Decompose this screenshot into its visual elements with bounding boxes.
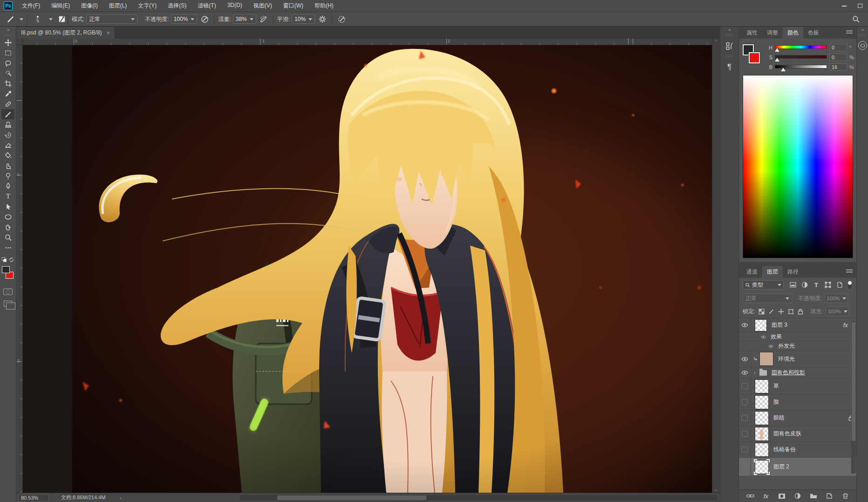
layer-visibility-toggle[interactable]: [739, 426, 751, 441]
document-tab[interactable]: I8.psd @ 80.5% (图层 2, RGB/8) ×: [16, 27, 115, 39]
hidden-eye-checkbox[interactable]: [742, 399, 748, 405]
effect-visibility-to ggle[interactable]: [768, 344, 774, 349]
tab-adjustments[interactable]: 调整: [762, 27, 783, 39]
hue-slider[interactable]: [775, 45, 827, 49]
layer-fill-field[interactable]: 100%: [826, 307, 849, 316]
layer-thumbnail[interactable]: [755, 443, 769, 457]
tool-zoom[interactable]: [1, 232, 14, 242]
tool-path-select[interactable]: [1, 201, 14, 212]
blend-mode-select[interactable]: 正常: [86, 14, 137, 24]
menu-filter[interactable]: 滤镜(T): [192, 0, 221, 12]
layer-visibility-toggle[interactable]: [739, 318, 751, 332]
panel-grip[interactable]: [725, 34, 734, 36]
tab-swatches[interactable]: 色板: [803, 27, 824, 39]
brightness-value[interactable]: 16: [829, 63, 847, 71]
saturation-slider-handle[interactable]: [775, 58, 779, 62]
size-pressure-button[interactable]: [336, 14, 347, 25]
brightness-slider-handle[interactable]: [781, 68, 786, 71]
close-tab-icon[interactable]: ×: [107, 29, 110, 36]
ruler-left[interactable]: 1 2: [16, 45, 23, 493]
layer-name[interactable]: 图层 3: [772, 321, 787, 329]
layer-visibility-toggle[interactable]: [739, 410, 751, 426]
layer-group-row[interactable]: › 固有色和投影: [739, 367, 856, 378]
layer-effect-row[interactable]: 外发光: [739, 342, 856, 351]
filter-adjustment-layers-button[interactable]: [800, 281, 809, 289]
menu-select[interactable]: 选择(S): [163, 0, 191, 12]
lock-artboard-button[interactable]: [787, 308, 794, 315]
layer-thumbnail[interactable]: [755, 379, 769, 393]
layer-row[interactable]: 图层 3 fx⌃: [739, 318, 856, 332]
tool-hand[interactable]: [1, 222, 14, 232]
filter-pixel-layers-button[interactable]: [789, 281, 797, 289]
tool-ellipse[interactable]: [1, 212, 14, 222]
tool-lasso[interactable]: [1, 58, 14, 68]
tool-marquee[interactable]: [1, 48, 14, 58]
brush-settings-panel-button[interactable]: [722, 38, 738, 54]
creative-cloud-icon[interactable]: [858, 41, 867, 50]
ruler-corner[interactable]: [16, 39, 23, 45]
tool-dodge[interactable]: [1, 171, 14, 181]
layer-visibility-toggle[interactable]: [739, 442, 751, 457]
horizontal-scrollbar[interactable]: [240, 495, 717, 501]
layer-name[interactable]: 图层 2: [773, 463, 789, 471]
tool-magic-wand[interactable]: [1, 68, 14, 78]
smoothing-select[interactable]: 10%: [292, 14, 315, 24]
layer-visibility-toggle[interactable]: [739, 378, 751, 394]
flow-select[interactable]: 38%: [233, 14, 256, 24]
menu-help[interactable]: 帮助(H): [309, 0, 339, 12]
tool-type[interactable]: T: [1, 191, 14, 201]
layer-fx-badge[interactable]: fx: [843, 322, 847, 329]
layer-name[interactable]: 草: [773, 382, 779, 390]
layer-thumbnail[interactable]: [755, 427, 769, 441]
default-swap-colors[interactable]: [2, 257, 14, 262]
menu-layer[interactable]: 图层(L): [104, 0, 132, 12]
hue-value[interactable]: 0: [829, 44, 847, 51]
menu-window[interactable]: 窗口(W): [278, 0, 308, 12]
tool-eyedropper[interactable]: [1, 89, 14, 99]
tool-history-brush[interactable]: [1, 130, 14, 140]
status-menu-arrow[interactable]: ›: [119, 495, 121, 501]
scroll-down-icon[interactable]: ⌄: [714, 488, 718, 492]
toggle-brush-settings-button[interactable]: [56, 14, 68, 25]
tab-paths[interactable]: 路径: [783, 266, 803, 278]
new-group-button[interactable]: [809, 492, 818, 500]
layer-row[interactable]: 线稿备份: [739, 442, 856, 458]
layer-group-name[interactable]: 固有色和投影: [772, 369, 805, 377]
layer-visibility-toggle[interactable]: [739, 458, 751, 476]
horizontal-scrollbar-thumb[interactable]: [277, 495, 426, 500]
group-disclosure-icon[interactable]: ›: [754, 370, 759, 375]
layer-row[interactable]: 眼睛: [739, 410, 856, 426]
minimize-button[interactable]: [836, 0, 852, 12]
tool-eraser[interactable]: [1, 140, 14, 150]
screen-mode-button[interactable]: [4, 301, 12, 307]
vertical-scrollbar[interactable]: ⌃ ⌄: [712, 39, 720, 493]
hidden-eye-checkbox[interactable]: [742, 464, 748, 470]
layers-scrollbar[interactable]: [851, 321, 856, 474]
filter-smart-objects-button[interactable]: [835, 281, 844, 289]
saturation-slider[interactable]: [775, 55, 827, 59]
layer-row[interactable]: 草: [739, 378, 856, 394]
ruler-top[interactable]: 0 1 2: [23, 39, 712, 45]
tool-healing-brush[interactable]: [1, 99, 14, 109]
layer-name[interactable]: 脸: [773, 398, 779, 406]
tab-color[interactable]: 颜色: [783, 27, 803, 39]
layer-visibility-toggle[interactable]: [739, 367, 751, 378]
smoothing-options-button[interactable]: [317, 14, 328, 25]
lock-pixels-button[interactable]: [767, 308, 775, 315]
menu-file[interactable]: 文件(F): [17, 0, 45, 12]
layer-thumbnail[interactable]: [755, 319, 767, 331]
layer-blend-mode-select[interactable]: 正常: [743, 294, 792, 303]
layer-name[interactable]: 眼睛: [773, 414, 785, 422]
effects-visibility-toggle[interactable]: [760, 335, 766, 339]
layer-row[interactable]: 脸: [739, 394, 856, 410]
tab-channels[interactable]: 通道: [742, 266, 762, 278]
tool-move[interactable]: [1, 37, 14, 48]
tab-properties[interactable]: 属性: [742, 27, 762, 39]
hidden-eye-checkbox[interactable]: [742, 447, 748, 453]
layer-thumbnail[interactable]: [759, 352, 773, 366]
menu-view[interactable]: 视图(V): [248, 0, 277, 12]
layer-row-selected[interactable]: 图层 2: [739, 458, 856, 476]
tool-brush[interactable]: [1, 109, 14, 119]
paragraph-panel-button[interactable]: ¶: [722, 59, 738, 75]
airbrush-button[interactable]: [258, 14, 269, 25]
